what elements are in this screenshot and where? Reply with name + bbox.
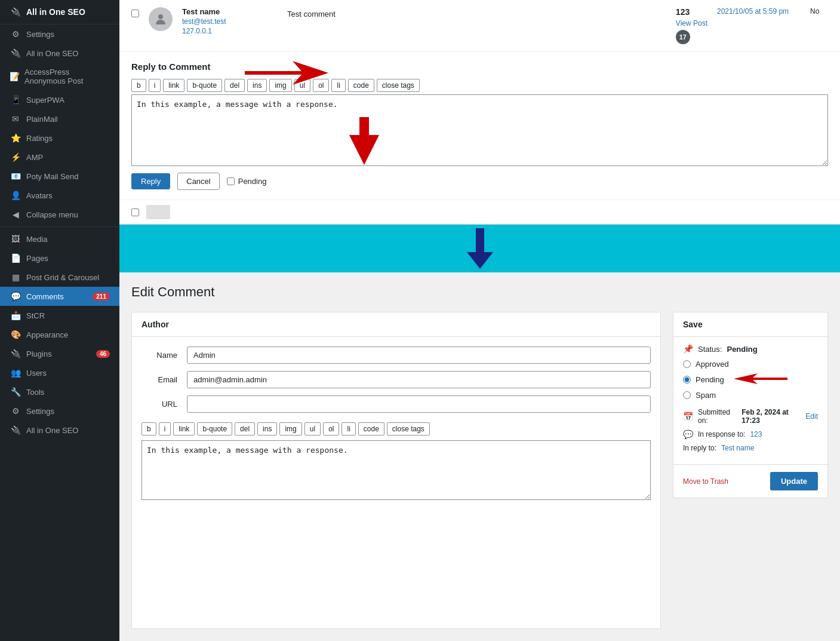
amp-icon: ⚡ [10, 152, 21, 162]
edit-comment-textarea[interactable]: In this example, a message with a respon… [141, 440, 651, 500]
comment-post-id: 123 [676, 7, 690, 17]
toolbar-btn-ins[interactable]: ins [247, 79, 267, 92]
pages-icon: 📄 [10, 253, 21, 263]
comment-view-post[interactable]: View Post [676, 19, 707, 27]
edit-toolbar-btn-img[interactable]: img [279, 422, 301, 435]
radio-approved-input[interactable] [683, 360, 691, 368]
sidebar-item-label: Comments [26, 292, 64, 301]
aioseo-icon: 🔌 [10, 48, 21, 58]
sidebar-item-users[interactable]: 👥 Users [0, 363, 119, 382]
comment-date: 2021/10/05 at 5:59 pm [717, 7, 801, 16]
toolbar-btn-ol[interactable]: ol [313, 79, 329, 92]
sidebar-item-post-grid[interactable]: ▦ Post Grid & Carousel [0, 268, 119, 287]
status-label: Status: [698, 345, 722, 354]
sidebar-item-stcr[interactable]: 📩 StCR [0, 306, 119, 325]
sidebar-item-ratings[interactable]: ⭐ Ratings [0, 128, 119, 148]
sidebar-item-plugins[interactable]: 🔌 Plugins 46 [0, 344, 119, 363]
sidebar-item-collapse[interactable]: ◀ Collapse menu [0, 205, 119, 224]
partial-row-placeholder [146, 205, 170, 219]
cancel-button[interactable]: Cancel [177, 173, 219, 190]
comment-author-ip[interactable]: 127.0.0.1 [182, 27, 278, 35]
sidebar-item-aioseo-bottom[interactable]: 🔌 All in One SEO [0, 421, 119, 440]
comment-icon: 💬 [683, 430, 693, 439]
save-box: Save 📌 Status: Pending Approved [673, 312, 828, 498]
sidebar-item-pages[interactable]: 📄 Pages [0, 249, 119, 268]
edit-toolbar: b i link b-quote del ins img ul ol li co… [141, 422, 651, 435]
response-link[interactable]: 123 [750, 430, 762, 438]
sidebar-item-settings-bottom[interactable]: ⚙ Settings [0, 401, 119, 421]
sidebar-item-appearance[interactable]: 🎨 Appearance [0, 325, 119, 344]
aioseo2-icon: 🔌 [10, 425, 21, 435]
radio-approved[interactable]: Approved [683, 360, 818, 369]
update-button[interactable]: Update [770, 472, 818, 490]
sidebar-item-accesspress[interactable]: 📝 AccessPress Anonymous Post [0, 63, 119, 90]
edit-toolbar-btn-del[interactable]: del [235, 422, 255, 435]
url-row: URL [141, 395, 651, 413]
sidebar-item-amp[interactable]: ⚡ AMP [0, 148, 119, 167]
reply-textarea[interactable]: In this example, a message with a respon… [131, 94, 828, 166]
edit-toolbar-btn-closetags[interactable]: close tags [387, 422, 430, 435]
sidebar-item-settings-top[interactable]: ⚙ Settings [0, 24, 119, 44]
toolbar-btn-li[interactable]: li [331, 79, 345, 92]
toolbar-btn-bquote[interactable]: b-quote [187, 79, 222, 92]
edit-toolbar-btn-code[interactable]: code [358, 422, 384, 435]
sidebar-item-label: Post Grid & Carousel [26, 273, 99, 282]
comment-editor: b i link b-quote del ins img ul ol li co… [141, 422, 651, 502]
radio-spam[interactable]: Spam [683, 391, 818, 400]
toolbar-btn-link[interactable]: link [163, 79, 184, 92]
edit-content: Author Name Admin Email URL [131, 312, 828, 629]
sidebar-item-comments[interactable]: 💬 Comments 211 [0, 287, 119, 306]
partial-row-checkbox[interactable] [131, 208, 139, 216]
cyan-divider [119, 225, 840, 272]
edit-toolbar-btn-i[interactable]: i [159, 422, 171, 435]
radio-spam-input[interactable] [683, 391, 691, 399]
pending-checkbox[interactable] [227, 177, 235, 185]
edit-toolbar-btn-ins[interactable]: ins [257, 422, 277, 435]
edit-toolbar-btn-li[interactable]: li [341, 422, 355, 435]
comment-post: 123 View Post 17 [676, 7, 707, 44]
stcr-icon: 📩 [10, 311, 21, 320]
toolbar-btn-code[interactable]: code [348, 79, 374, 92]
radio-pending[interactable]: Pending [683, 372, 818, 387]
edit-toolbar-btn-ul[interactable]: ul [304, 422, 321, 435]
author-panel-header: Author [132, 312, 660, 337]
toolbar-btn-ul[interactable]: ul [294, 79, 310, 92]
sidebar-item-superpwa[interactable]: 📱 SuperPWA [0, 90, 119, 109]
edit-toolbar-btn-link[interactable]: link [173, 422, 195, 435]
comment-author-name: Test name [182, 7, 278, 16]
sidebar-item-avatars[interactable]: 👤 Avatars [0, 186, 119, 205]
svg-marker-3 [734, 373, 787, 384]
sidebar-item-media[interactable]: 🖼 Media [0, 229, 119, 249]
sidebar-item-tools[interactable]: 🔧 Tools [0, 382, 119, 401]
toolbar-btn-b[interactable]: b [131, 79, 146, 92]
sidebar-item-plainmail[interactable]: ✉ PlainMail [0, 109, 119, 128]
comment-checkbox[interactable] [131, 10, 139, 17]
pending-label[interactable]: Pending [227, 177, 267, 186]
comment-author-email[interactable]: test@test.test [182, 17, 278, 26]
reply-to-link[interactable]: Test name [721, 444, 754, 452]
save-footer: Move to Trash Update [673, 464, 827, 498]
edit-toolbar-btn-b[interactable]: b [141, 422, 156, 435]
radio-spam-label: Spam [696, 391, 716, 400]
toolbar-btn-i[interactable]: i [149, 79, 161, 92]
email-input[interactable] [187, 371, 651, 388]
name-input[interactable]: Admin [187, 346, 651, 364]
toolbar-btn-closetags[interactable]: close tags [377, 79, 420, 92]
plugins-badge: 46 [96, 350, 110, 358]
sidebar-logo[interactable]: 🔌 All in One SEO [0, 0, 119, 24]
radio-pending-input[interactable] [683, 376, 691, 384]
post-grid-icon: ▦ [10, 272, 21, 282]
sidebar-item-label: Collapse menu [26, 210, 78, 219]
edit-toolbar-btn-ol[interactable]: ol [323, 422, 339, 435]
edit-toolbar-btn-bquote[interactable]: b-quote [197, 422, 232, 435]
submitted-edit-link[interactable]: Edit [805, 412, 818, 421]
url-input[interactable] [187, 395, 651, 413]
reply-button[interactable]: Reply [131, 173, 170, 189]
sidebar-item-aioseo-top[interactable]: 🔌 All in One SEO [0, 44, 119, 63]
comment-author-info: Test name test@test.test 127.0.0.1 [182, 7, 278, 35]
toolbar-btn-del[interactable]: del [224, 79, 245, 92]
toolbar-btn-img[interactable]: img [269, 79, 291, 92]
reply-form: Reply to Comment b i link b-quote del in… [119, 52, 840, 200]
sidebar-item-poty-mail[interactable]: 📧 Poty Mail Send [0, 167, 119, 186]
move-to-trash-link[interactable]: Move to Trash [683, 477, 728, 486]
